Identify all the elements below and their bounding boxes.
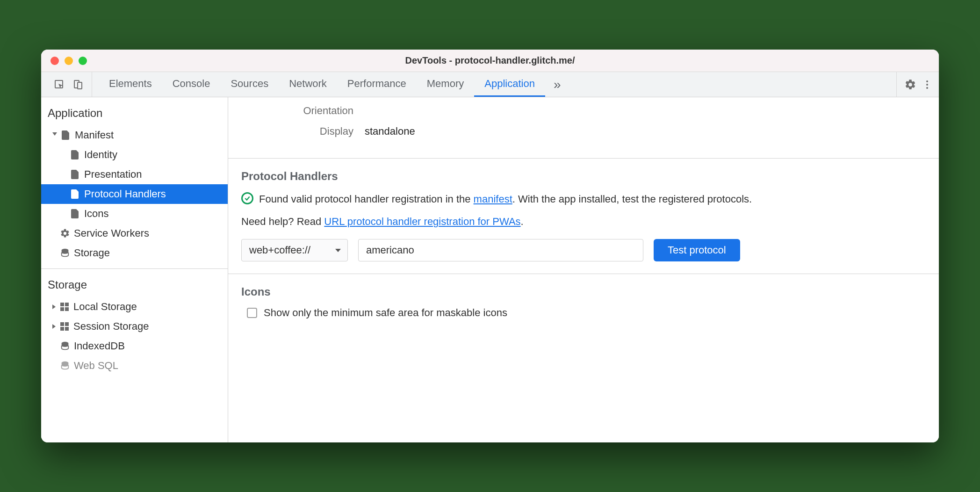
protocol-scheme-dropdown[interactable]: web+coffee:// <box>241 239 348 261</box>
maskable-safe-area-toggle[interactable]: Show only the minimum safe area for mask… <box>241 307 926 319</box>
file-icon <box>70 209 80 219</box>
file-icon <box>70 169 80 180</box>
tree-label: Protocol Handlers <box>84 188 166 200</box>
svg-rect-8 <box>65 303 69 306</box>
sidebar-item-websql[interactable]: Web SQL <box>41 356 228 376</box>
application-sidebar: Application Manifest Identity Presentati… <box>41 97 228 442</box>
section-protocol-handlers: Protocol Handlers Found valid protocol h… <box>228 158 939 274</box>
tree-label: Presentation <box>84 168 142 181</box>
tree-label: Local Storage <box>73 301 137 313</box>
dropdown-value: web+coffee:// <box>249 244 310 256</box>
settings-icon[interactable] <box>903 78 917 92</box>
sidebar-section-application: Application Manifest Identity Presentati… <box>41 97 228 269</box>
svg-rect-2 <box>78 82 82 89</box>
devtools-window: DevTools - protocol-handler.glitch.me/ E… <box>41 50 939 442</box>
tab-memory[interactable]: Memory <box>417 72 474 97</box>
close-window-button[interactable] <box>50 57 59 65</box>
svg-rect-13 <box>60 327 64 331</box>
section-icons: Icons Show only the minimum safe area fo… <box>228 274 939 331</box>
manifest-fields: Orientation Display standalone <box>228 97 939 158</box>
devtools-tabbar: Elements Console Sources Network Perform… <box>41 72 939 97</box>
tree-label: Identity <box>84 149 117 161</box>
sidebar-item-presentation[interactable]: Presentation <box>41 165 228 184</box>
more-tabs-button[interactable]: » <box>545 72 569 97</box>
titlebar: DevTools - protocol-handler.glitch.me/ <box>41 50 939 72</box>
tab-elements[interactable]: Elements <box>99 72 162 97</box>
chevron-right-icon <box>52 304 56 309</box>
sidebar-item-service-workers[interactable]: Service Workers <box>41 224 228 243</box>
svg-rect-10 <box>65 307 69 311</box>
field-label: Display <box>241 125 353 137</box>
svg-rect-11 <box>60 322 64 326</box>
tree-label: Web SQL <box>74 360 118 372</box>
tab-performance[interactable]: Performance <box>337 72 417 97</box>
tree-label: Session Storage <box>73 320 149 333</box>
device-toolbar-icon[interactable] <box>71 78 85 92</box>
tree-label: Manifest <box>75 129 114 141</box>
tab-sources[interactable]: Sources <box>220 72 279 97</box>
protocol-test-row: web+coffee:// Test protocol <box>241 239 926 261</box>
field-display: Display standalone <box>241 125 926 137</box>
section-heading: Icons <box>241 285 926 298</box>
link-manifest[interactable]: manifest <box>474 193 512 205</box>
sidebar-section-storage: Storage Local Storage Session Storage <box>41 269 228 381</box>
field-label: Orientation <box>241 105 353 117</box>
window-traffic-lights <box>41 57 87 65</box>
database-icon <box>60 248 70 258</box>
tree-label: IndexedDB <box>74 340 125 352</box>
zoom-window-button[interactable] <box>79 57 87 65</box>
protocol-path-input[interactable] <box>358 239 643 261</box>
window-title: DevTools - protocol-handler.glitch.me/ <box>41 55 939 66</box>
protocol-status: Found valid protocol handler registratio… <box>241 191 926 207</box>
sidebar-item-identity[interactable]: Identity <box>41 145 228 165</box>
sidebar-item-storage[interactable]: Storage <box>41 243 228 263</box>
minimize-window-button[interactable] <box>65 57 73 65</box>
grid-icon <box>59 302 70 312</box>
inspect-element-icon[interactable] <box>52 78 66 92</box>
protocol-help: Need help? Read URL protocol handler reg… <box>241 216 926 228</box>
sidebar-item-icons[interactable]: Icons <box>41 204 228 224</box>
check-circle-icon <box>241 192 253 204</box>
field-value: standalone <box>365 125 415 137</box>
sidebar-item-indexeddb[interactable]: IndexedDB <box>41 336 228 356</box>
chevron-down-icon <box>52 132 57 138</box>
tree-label: Storage <box>74 247 110 259</box>
svg-point-4 <box>926 84 928 86</box>
checkbox-icon[interactable] <box>247 308 257 318</box>
svg-rect-14 <box>65 327 69 331</box>
tab-console[interactable]: Console <box>162 72 221 97</box>
sidebar-item-protocol-handlers[interactable]: Protocol Handlers <box>41 184 228 204</box>
tree-label: Icons <box>84 208 109 220</box>
tab-list: Elements Console Sources Network Perform… <box>99 72 545 97</box>
link-help-pwadocs[interactable]: URL protocol handler registration for PW… <box>324 216 520 227</box>
sidebar-section-header: Application <box>41 104 228 125</box>
sidebar-item-local-storage[interactable]: Local Storage <box>41 297 228 317</box>
sidebar-item-manifest[interactable]: Manifest <box>41 125 228 145</box>
chevron-right-icon <box>52 324 56 329</box>
svg-point-3 <box>926 80 928 82</box>
svg-rect-12 <box>65 322 69 326</box>
field-orientation: Orientation <box>241 105 926 117</box>
tab-network[interactable]: Network <box>279 72 337 97</box>
status-text: Found valid protocol handler registratio… <box>259 191 926 207</box>
svg-rect-7 <box>60 303 64 306</box>
tree-label: Service Workers <box>74 227 149 239</box>
database-icon <box>60 341 70 351</box>
kebab-menu-icon[interactable] <box>920 78 934 92</box>
gear-icon <box>60 228 70 239</box>
svg-point-5 <box>926 87 928 89</box>
test-protocol-button[interactable]: Test protocol <box>654 239 740 261</box>
sidebar-section-header: Storage <box>41 275 228 297</box>
checkbox-label: Show only the minimum safe area for mask… <box>264 307 507 319</box>
grid-icon <box>59 321 70 332</box>
svg-rect-9 <box>60 307 64 311</box>
panel-body: Application Manifest Identity Presentati… <box>41 97 939 442</box>
application-main-pane: Orientation Display standalone Protocol … <box>228 97 939 442</box>
file-icon <box>70 189 80 199</box>
section-heading: Protocol Handlers <box>241 170 926 183</box>
database-icon <box>60 361 70 371</box>
file-icon <box>70 150 80 160</box>
tab-application[interactable]: Application <box>474 72 545 97</box>
file-icon <box>61 130 71 140</box>
sidebar-item-session-storage[interactable]: Session Storage <box>41 317 228 336</box>
